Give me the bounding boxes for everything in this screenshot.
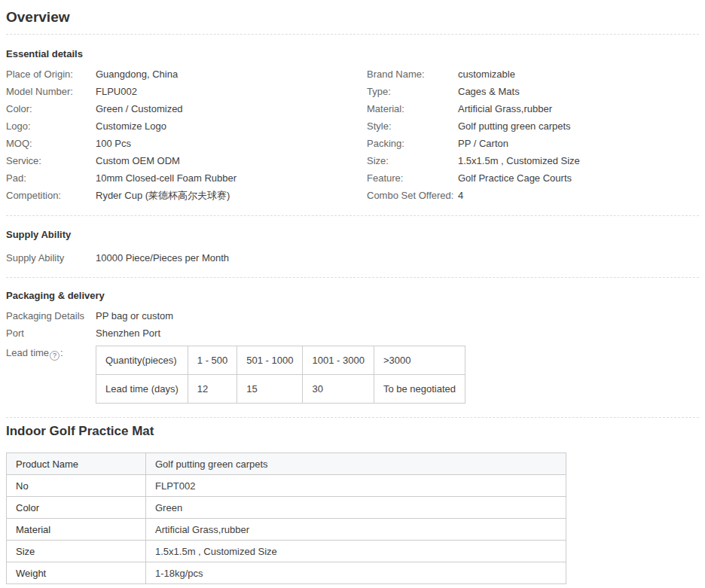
- spec-label: Weight: [7, 562, 146, 584]
- detail-value: 1.5x1.5m , Customized Size: [458, 152, 580, 169]
- detail-value: PP / Carton: [458, 135, 508, 152]
- packaging-details-row: Packaging Details PP bag or custom: [6, 307, 699, 324]
- supply-ability-heading: Supply Ability: [6, 229, 699, 240]
- detail-row: Style: Golf putting green carpets: [367, 117, 699, 135]
- spec-value: Artificial Grass,rubber: [146, 519, 566, 541]
- detail-label: Service:: [6, 152, 96, 169]
- spec-value: 1-18kg/pcs: [146, 562, 566, 584]
- detail-row: Type: Cages & Mats: [367, 83, 699, 100]
- spec-label: Material: [7, 519, 146, 541]
- section-divider: [6, 277, 699, 278]
- lead-time-value-cell: To be negotiated: [374, 375, 465, 404]
- lead-time-header-cell: 501 - 1000: [237, 346, 303, 375]
- detail-value: Golf putting green carpets: [458, 117, 571, 135]
- detail-value: Custom OEM ODM: [96, 152, 180, 169]
- detail-label: Model Number:: [6, 83, 96, 100]
- detail-label: Type:: [367, 83, 458, 100]
- detail-label: Size:: [367, 152, 458, 169]
- port-label: Port: [6, 324, 96, 342]
- supply-ability-value: 10000 Piece/Pieces per Month: [96, 249, 229, 267]
- spec-value: Green: [146, 497, 566, 519]
- section-divider: [6, 215, 699, 216]
- lead-time-label: Lead time?:: [6, 344, 96, 404]
- detail-value: Green / Customized: [96, 100, 183, 117]
- spec-value: FLPT002: [146, 475, 566, 497]
- detail-row: Color: Green / Customized: [6, 100, 367, 117]
- detail-value: Ryder Cup (莱德杯高尔夫球赛): [96, 187, 230, 204]
- detail-row: Feature: Golf Practice Cage Courts: [367, 169, 699, 187]
- detail-row: Brand Name: customizable: [367, 66, 699, 83]
- detail-label: Packing:: [367, 135, 458, 152]
- detail-label: Competition:: [6, 187, 96, 204]
- packaging-details-label: Packaging Details: [6, 307, 96, 324]
- lead-time-header-cell: Quantity(pieces): [96, 346, 188, 375]
- spec-label: Color: [7, 497, 146, 519]
- supply-ability-label: Supply Ability: [6, 249, 96, 267]
- detail-row: Service: Custom OEM ODM: [6, 152, 367, 169]
- detail-row: Logo: Customize Logo: [6, 117, 367, 135]
- detail-value: Golf Practice Cage Courts: [458, 169, 572, 187]
- table-row: Material Artificial Grass,rubber: [7, 519, 566, 541]
- lead-time-value-cell: 12: [188, 375, 237, 404]
- essential-details-heading: Essential details: [6, 48, 699, 59]
- table-row: Color Green: [7, 497, 566, 519]
- spec-label: No: [7, 475, 146, 497]
- section-divider: [6, 34, 699, 35]
- spec-label: Size: [7, 541, 146, 562]
- detail-label: Combo Set Offered:: [367, 187, 458, 204]
- detail-value: Customize Logo: [96, 117, 166, 135]
- detail-value: customizable: [458, 66, 515, 83]
- detail-row: Combo Set Offered: 4: [367, 187, 699, 204]
- detail-label: Brand Name:: [367, 66, 458, 83]
- detail-row: Model Number: FLPU002: [6, 83, 367, 100]
- detail-row: Size: 1.5x1.5m , Customized Size: [367, 152, 699, 169]
- page-title: Overview: [6, 9, 699, 26]
- lead-time-label-text: Lead time: [6, 347, 49, 358]
- port-value: Shenzhen Port: [96, 324, 160, 342]
- lead-time-table: Quantity(pieces) 1 - 500 501 - 1000 1001…: [96, 346, 465, 404]
- detail-value: FLPU002: [96, 83, 137, 100]
- section-divider: [6, 417, 699, 418]
- detail-row: Pad: 10mm Closed-cell Foam Rubber: [6, 169, 367, 187]
- lead-time-value-cell: 15: [237, 375, 303, 404]
- detail-value: Artificial Grass,rubber: [458, 100, 552, 117]
- detail-label: Pad:: [6, 169, 96, 187]
- lead-time-value-cell: Lead time (days): [96, 375, 188, 404]
- table-row: Product Name Golf putting green carpets: [7, 453, 566, 475]
- lead-time-header-cell: 1 - 500: [188, 346, 237, 375]
- detail-label: MOQ:: [6, 135, 96, 152]
- detail-label: Material:: [367, 100, 458, 117]
- lead-time-header-cell: >3000: [374, 346, 465, 375]
- product-section-heading: Indoor Golf Practice Mat: [6, 424, 699, 439]
- lead-time-row: Lead time?: Quantity(pieces) 1 - 500 501…: [6, 344, 699, 404]
- product-overview-page: Overview Essential details Place of Orig…: [0, 0, 705, 584]
- packaging-delivery-heading: Packaging & delivery: [6, 290, 699, 301]
- details-column-right: Brand Name: customizable Type: Cages & M…: [367, 66, 699, 204]
- details-column-left: Place of Origin: Guangdong, China Model …: [6, 66, 367, 204]
- detail-label: Place of Origin:: [6, 66, 96, 83]
- detail-value: Cages & Mats: [458, 83, 520, 100]
- table-row: Size 1.5x1.5m , Customized Size: [7, 541, 566, 562]
- detail-row: Material: Artificial Grass,rubber: [367, 100, 699, 117]
- detail-row: Competition: Ryder Cup (莱德杯高尔夫球赛): [6, 187, 367, 204]
- help-icon[interactable]: ?: [50, 351, 60, 361]
- detail-value: 100 Pcs: [96, 135, 131, 152]
- lead-time-colon: :: [60, 347, 63, 358]
- detail-row: Packing: PP / Carton: [367, 135, 699, 152]
- spec-value: Golf putting green carpets: [146, 453, 566, 475]
- detail-row: MOQ: 100 Pcs: [6, 135, 367, 152]
- port-row: Port Shenzhen Port: [6, 324, 699, 342]
- essential-details-grid: Place of Origin: Guangdong, China Model …: [6, 66, 699, 204]
- spec-value: 1.5x1.5m , Customized Size: [146, 541, 566, 562]
- detail-value: 4: [458, 187, 463, 204]
- supply-ability-row: Supply Ability 10000 Piece/Pieces per Mo…: [6, 249, 699, 267]
- spec-label: Product Name: [7, 453, 146, 475]
- lead-time-header-cell: 1001 - 3000: [303, 346, 374, 375]
- lead-time-value-row: Lead time (days) 12 15 30 To be negotiat…: [96, 375, 465, 404]
- packaging-details-value: PP bag or custom: [96, 307, 173, 324]
- detail-label: Color:: [6, 100, 96, 117]
- product-spec-table: Product Name Golf putting green carpets …: [6, 452, 566, 584]
- detail-value: 10mm Closed-cell Foam Rubber: [96, 169, 237, 187]
- packaging-delivery-rows: Packaging Details PP bag or custom Port …: [6, 307, 699, 404]
- detail-label: Logo:: [6, 117, 96, 135]
